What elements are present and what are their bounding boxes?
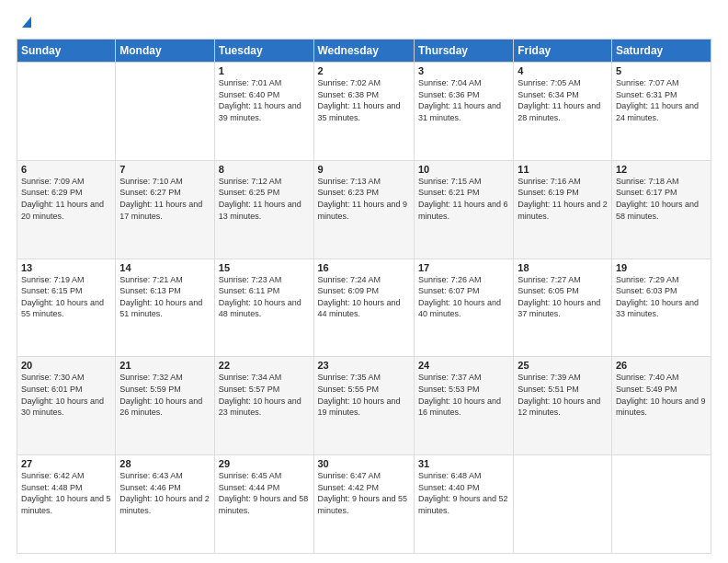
calendar-cell: 26Sunrise: 7:40 AM Sunset: 5:49 PM Dayli… [611, 357, 711, 455]
day-info: Sunrise: 7:27 AM Sunset: 6:05 PM Dayligh… [518, 274, 608, 320]
day-info: Sunrise: 7:37 AM Sunset: 5:53 PM Dayligh… [418, 372, 509, 418]
calendar-cell: 14Sunrise: 7:21 AM Sunset: 6:13 PM Dayli… [116, 259, 214, 357]
calendar-cell: 28Sunrise: 6:43 AM Sunset: 4:46 PM Dayli… [116, 455, 214, 554]
day-header-wednesday: Wednesday [313, 40, 414, 63]
day-number: 18 [518, 262, 608, 273]
day-header-thursday: Thursday [414, 40, 513, 63]
day-number: 30 [318, 458, 410, 469]
logo-icon [18, 15, 33, 29]
day-number: 16 [318, 262, 410, 273]
calendar-cell: 8Sunrise: 7:12 AM Sunset: 6:25 PM Daylig… [214, 160, 313, 259]
day-header-monday: Monday [116, 40, 214, 63]
day-number: 9 [318, 164, 410, 175]
day-number: 4 [518, 65, 608, 76]
day-info: Sunrise: 7:07 AM Sunset: 6:31 PM Dayligh… [616, 77, 707, 123]
day-header-tuesday: Tuesday [214, 40, 313, 63]
calendar-cell: 31Sunrise: 6:48 AM Sunset: 4:40 PM Dayli… [414, 455, 513, 554]
day-number: 14 [119, 262, 210, 273]
week-row-5: 27Sunrise: 6:42 AM Sunset: 4:48 PM Dayli… [17, 455, 711, 554]
day-info: Sunrise: 7:16 AM Sunset: 6:19 PM Dayligh… [518, 176, 608, 222]
day-info: Sunrise: 7:19 AM Sunset: 6:15 PM Dayligh… [21, 274, 111, 320]
day-info: Sunrise: 7:09 AM Sunset: 6:29 PM Dayligh… [21, 176, 111, 222]
week-row-3: 13Sunrise: 7:19 AM Sunset: 6:15 PM Dayli… [17, 259, 711, 357]
calendar-cell [116, 63, 214, 161]
day-info: Sunrise: 7:21 AM Sunset: 6:13 PM Dayligh… [119, 274, 210, 320]
day-number: 10 [418, 164, 509, 175]
day-info: Sunrise: 7:12 AM Sunset: 6:25 PM Dayligh… [219, 176, 310, 222]
day-info: Sunrise: 7:05 AM Sunset: 6:34 PM Dayligh… [518, 77, 608, 123]
calendar-cell [17, 63, 116, 161]
logo [17, 15, 33, 33]
day-number: 28 [119, 458, 210, 469]
day-number: 23 [318, 360, 410, 371]
calendar-cell: 17Sunrise: 7:26 AM Sunset: 6:07 PM Dayli… [414, 259, 513, 357]
day-info: Sunrise: 7:13 AM Sunset: 6:23 PM Dayligh… [318, 176, 410, 222]
calendar-cell: 30Sunrise: 6:47 AM Sunset: 4:42 PM Dayli… [313, 455, 414, 554]
day-header-friday: Friday [514, 40, 612, 63]
day-info: Sunrise: 7:23 AM Sunset: 6:11 PM Dayligh… [219, 274, 310, 320]
day-number: 15 [219, 262, 310, 273]
day-info: Sunrise: 7:32 AM Sunset: 5:59 PM Dayligh… [119, 372, 210, 418]
day-info: Sunrise: 7:10 AM Sunset: 6:27 PM Dayligh… [119, 176, 210, 222]
calendar-cell: 23Sunrise: 7:35 AM Sunset: 5:55 PM Dayli… [313, 357, 414, 455]
day-number: 6 [21, 164, 111, 175]
day-info: Sunrise: 7:34 AM Sunset: 5:57 PM Dayligh… [219, 372, 310, 418]
day-info: Sunrise: 7:18 AM Sunset: 6:17 PM Dayligh… [616, 176, 707, 222]
day-info: Sunrise: 7:15 AM Sunset: 6:21 PM Dayligh… [418, 176, 509, 222]
calendar-cell: 27Sunrise: 6:42 AM Sunset: 4:48 PM Dayli… [17, 455, 116, 554]
day-info: Sunrise: 7:04 AM Sunset: 6:36 PM Dayligh… [418, 77, 509, 123]
calendar-cell: 3Sunrise: 7:04 AM Sunset: 6:36 PM Daylig… [414, 63, 513, 161]
svg-marker-0 [22, 17, 31, 28]
day-number: 19 [616, 262, 707, 273]
calendar-cell: 21Sunrise: 7:32 AM Sunset: 5:59 PM Dayli… [116, 357, 214, 455]
calendar-table: SundayMondayTuesdayWednesdayThursdayFrid… [17, 39, 711, 554]
day-info: Sunrise: 6:45 AM Sunset: 4:44 PM Dayligh… [219, 470, 310, 516]
day-number: 8 [219, 164, 310, 175]
day-number: 17 [418, 262, 509, 273]
page: SundayMondayTuesdayWednesdayThursdayFrid… [0, 0, 728, 563]
day-info: Sunrise: 7:01 AM Sunset: 6:40 PM Dayligh… [219, 77, 310, 123]
calendar-cell: 4Sunrise: 7:05 AM Sunset: 6:34 PM Daylig… [514, 63, 612, 161]
day-info: Sunrise: 7:30 AM Sunset: 6:01 PM Dayligh… [21, 372, 111, 418]
day-number: 25 [518, 360, 608, 371]
day-number: 21 [119, 360, 210, 371]
day-number: 12 [616, 164, 707, 175]
calendar-cell: 12Sunrise: 7:18 AM Sunset: 6:17 PM Dayli… [611, 160, 711, 259]
calendar-cell: 16Sunrise: 7:24 AM Sunset: 6:09 PM Dayli… [313, 259, 414, 357]
calendar-cell: 24Sunrise: 7:37 AM Sunset: 5:53 PM Dayli… [414, 357, 513, 455]
day-number: 11 [518, 164, 608, 175]
day-number: 26 [616, 360, 707, 371]
calendar-cell: 11Sunrise: 7:16 AM Sunset: 6:19 PM Dayli… [514, 160, 612, 259]
day-info: Sunrise: 6:43 AM Sunset: 4:46 PM Dayligh… [119, 470, 210, 516]
calendar-cell: 22Sunrise: 7:34 AM Sunset: 5:57 PM Dayli… [214, 357, 313, 455]
day-number: 3 [418, 65, 509, 76]
day-info: Sunrise: 7:02 AM Sunset: 6:38 PM Dayligh… [318, 77, 410, 123]
day-info: Sunrise: 7:29 AM Sunset: 6:03 PM Dayligh… [616, 274, 707, 320]
day-number: 1 [219, 65, 310, 76]
calendar-cell [611, 455, 711, 554]
calendar-cell: 29Sunrise: 6:45 AM Sunset: 4:44 PM Dayli… [214, 455, 313, 554]
calendar-cell: 7Sunrise: 7:10 AM Sunset: 6:27 PM Daylig… [116, 160, 214, 259]
day-info: Sunrise: 7:40 AM Sunset: 5:49 PM Dayligh… [616, 372, 707, 418]
day-number: 20 [21, 360, 111, 371]
week-row-2: 6Sunrise: 7:09 AM Sunset: 6:29 PM Daylig… [17, 160, 711, 259]
calendar-cell: 19Sunrise: 7:29 AM Sunset: 6:03 PM Dayli… [611, 259, 711, 357]
day-number: 5 [616, 65, 707, 76]
calendar-cell: 15Sunrise: 7:23 AM Sunset: 6:11 PM Dayli… [214, 259, 313, 357]
day-number: 22 [219, 360, 310, 371]
day-number: 31 [418, 458, 509, 469]
header [17, 15, 711, 33]
day-header-sunday: Sunday [17, 40, 116, 63]
calendar-cell: 6Sunrise: 7:09 AM Sunset: 6:29 PM Daylig… [17, 160, 116, 259]
day-number: 2 [318, 65, 410, 76]
day-number: 27 [21, 458, 111, 469]
header-row: SundayMondayTuesdayWednesdayThursdayFrid… [17, 40, 711, 63]
day-info: Sunrise: 6:48 AM Sunset: 4:40 PM Dayligh… [418, 470, 509, 516]
day-number: 7 [119, 164, 210, 175]
day-info: Sunrise: 7:26 AM Sunset: 6:07 PM Dayligh… [418, 274, 509, 320]
day-info: Sunrise: 7:35 AM Sunset: 5:55 PM Dayligh… [318, 372, 410, 418]
calendar-cell: 1Sunrise: 7:01 AM Sunset: 6:40 PM Daylig… [214, 63, 313, 161]
calendar-cell: 2Sunrise: 7:02 AM Sunset: 6:38 PM Daylig… [313, 63, 414, 161]
day-info: Sunrise: 6:47 AM Sunset: 4:42 PM Dayligh… [318, 470, 410, 516]
day-number: 29 [219, 458, 310, 469]
